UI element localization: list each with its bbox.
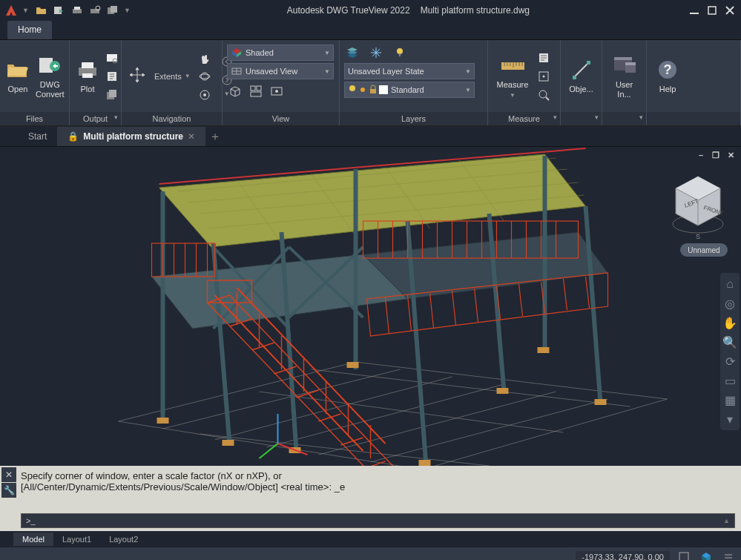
panel-osnap-title[interactable]: ▾: [561, 112, 602, 125]
batch-plot-icon[interactable]: [104, 87, 120, 103]
layout-tab-2[interactable]: Layout2: [100, 533, 147, 546]
panel-view-title: View: [223, 112, 339, 125]
cmd-close-icon[interactable]: ✕: [1, 467, 16, 482]
measure-button[interactable]: Measure▼: [493, 44, 533, 109]
status-isoplane-icon[interactable]: [698, 550, 714, 561]
panel-measure-title[interactable]: Measure▾: [488, 112, 560, 125]
showcase-nav-icon[interactable]: ▭: [723, 374, 737, 387]
svg-rect-65: [614, 57, 632, 60]
multi-viewport-icon[interactable]: [248, 83, 264, 99]
close-tab-icon[interactable]: ✕: [188, 131, 195, 142]
pan-hand-icon[interactable]: [197, 50, 213, 66]
page-setup-icon[interactable]: [104, 68, 120, 85]
svg-rect-142: [223, 440, 234, 446]
layer-on-icon[interactable]: [392, 45, 408, 61]
qat-publish-icon[interactable]: [105, 3, 121, 18]
pan-button[interactable]: [126, 44, 148, 109]
panel-output-title[interactable]: Output▾: [70, 112, 121, 125]
osnap-button[interactable]: Obje...: [565, 44, 597, 109]
status-coordinates: -1973.33, 247.90, 0.00: [576, 551, 670, 561]
layout-tab-1[interactable]: Layout1: [53, 533, 100, 546]
ribbon: Open DWGConvert Files Plot Output▾: [0, 40, 741, 126]
view-cube[interactable]: S LEFT FRONT: [668, 171, 728, 245]
svg-rect-18: [109, 90, 116, 97]
svg-line-78: [312, 369, 630, 406]
vp-restore-icon[interactable]: ❐: [710, 150, 722, 160]
panel-ui-title[interactable]: ▾: [602, 112, 646, 125]
svg-text:S: S: [696, 233, 700, 240]
document-tab-bar: Start 🔒 Multi platform structure ✕ ＋: [0, 126, 741, 147]
visual-style-combo[interactable]: Shaded▼: [227, 45, 334, 61]
close-button[interactable]: [722, 3, 738, 18]
named-views-icon[interactable]: [269, 83, 285, 99]
app-title: Autodesk DWG TrueView 2022: [287, 5, 410, 16]
svg-rect-144: [419, 460, 431, 466]
vp-close-icon[interactable]: ✕: [725, 150, 737, 160]
layout-tab-model[interactable]: Model: [13, 533, 53, 546]
wheel-nav-icon[interactable]: ◎: [723, 297, 737, 310]
home-nav-icon[interactable]: ⌂: [723, 277, 737, 291]
panel-layers: Unsaved Layer State▼ Standard▼ Layers: [340, 40, 488, 125]
ribbon-tab-home[interactable]: Home: [7, 21, 52, 39]
qat-print-preview-icon[interactable]: [87, 3, 103, 18]
svg-line-125: [564, 279, 567, 310]
zoom-nav-icon[interactable]: 🔍: [723, 335, 737, 349]
orbit-nav-icon[interactable]: ⟳: [723, 355, 737, 368]
doc-tab-active[interactable]: 🔒 Multi platform structure ✕: [57, 127, 205, 146]
command-input[interactable]: >_ ▲: [21, 513, 735, 528]
app-logo[interactable]: [3, 2, 19, 19]
svg-line-120: [452, 291, 456, 325]
panel-files-title: Files: [0, 112, 69, 125]
status-model-icon[interactable]: [676, 550, 692, 561]
svg-line-117: [386, 297, 389, 334]
qat-customize-arrow[interactable]: ▼: [124, 7, 131, 14]
panel-help-title: [647, 112, 740, 125]
help-button[interactable]: ? Help: [651, 44, 684, 109]
saved-view-combo[interactable]: Unsaved View▼: [227, 63, 334, 79]
layer-state-combo[interactable]: Unsaved Layer State▼: [344, 63, 475, 79]
steering-wheel-icon[interactable]: [197, 87, 213, 103]
box-view-icon[interactable]: [227, 83, 243, 99]
quick-access-toolbar: ▼: [33, 3, 131, 18]
list-icon[interactable]: [536, 50, 552, 66]
open-button[interactable]: Open: [4, 44, 31, 109]
panel-files: Open DWGConvert Files: [0, 40, 70, 125]
view-name-button[interactable]: Unnamed: [680, 243, 728, 257]
convert-icon: [38, 53, 62, 77]
plot-button[interactable]: Plot: [74, 44, 101, 109]
collapse-nav-icon[interactable]: ▾: [723, 412, 737, 426]
qat-print-icon[interactable]: [69, 3, 85, 18]
dwg-convert-button[interactable]: DWGConvert: [34, 44, 66, 109]
layer-combo[interactable]: Standard▼: [344, 82, 475, 98]
extents-button[interactable]: Extents▼: [154, 72, 191, 81]
lock-icon: 🔒: [67, 131, 79, 142]
svg-rect-3: [90, 9, 99, 13]
locate-icon[interactable]: [536, 87, 552, 103]
qat-convert-icon[interactable]: [51, 3, 67, 18]
ui-button[interactable]: User In...: [607, 44, 642, 109]
vp-minimize-icon[interactable]: –: [695, 150, 707, 160]
pan-nav-icon[interactable]: ✋: [723, 316, 737, 329]
qat-open-icon[interactable]: [33, 3, 50, 18]
app-menu-arrow[interactable]: ▼: [22, 7, 29, 14]
layer-freeze-icon[interactable]: [368, 45, 384, 61]
orbit-icon[interactable]: [197, 68, 213, 85]
add-tab-button[interactable]: ＋: [205, 127, 225, 146]
minimize-button[interactable]: [686, 3, 702, 18]
status-customize-icon[interactable]: [720, 550, 737, 561]
cmd-options-icon[interactable]: 🔧: [1, 483, 16, 498]
drawing-viewport[interactable]: – ❐ ✕: [0, 147, 741, 466]
svg-rect-161: [679, 553, 688, 561]
layer-states-icon[interactable]: [344, 45, 360, 61]
printer-icon: [76, 58, 99, 82]
maximize-button[interactable]: [704, 3, 720, 18]
svg-rect-34: [257, 86, 261, 90]
svg-rect-12: [82, 62, 93, 68]
command-history: Specify corner of window, enter a scale …: [0, 466, 741, 494]
doc-tab-start[interactable]: Start: [18, 127, 57, 146]
id-point-icon[interactable]: [536, 68, 552, 85]
settings-nav-icon[interactable]: ▦: [723, 393, 737, 406]
preview-icon[interactable]: [104, 50, 120, 66]
layout-tab-bar: Model Layout1 Layout2: [0, 531, 741, 547]
layer-color-swatch: [379, 85, 388, 94]
